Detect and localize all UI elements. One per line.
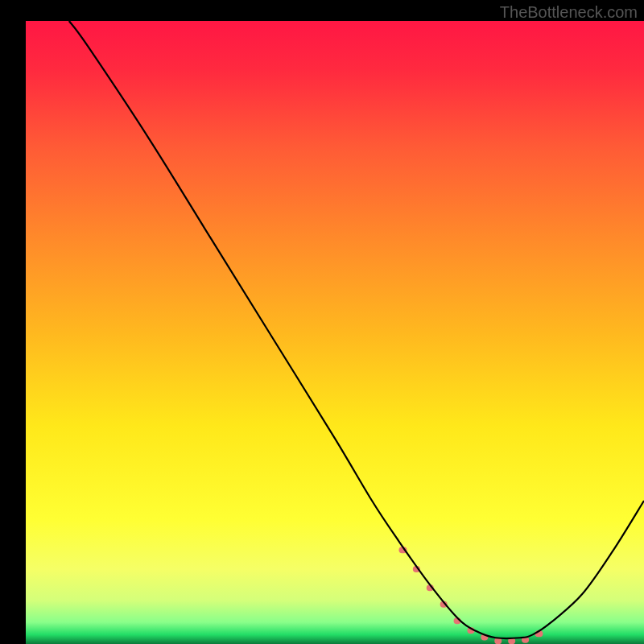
watermark-text: TheBottleneck.com: [500, 3, 638, 22]
plot-area: [26, 21, 644, 644]
bottleneck-chart: [0, 0, 644, 644]
